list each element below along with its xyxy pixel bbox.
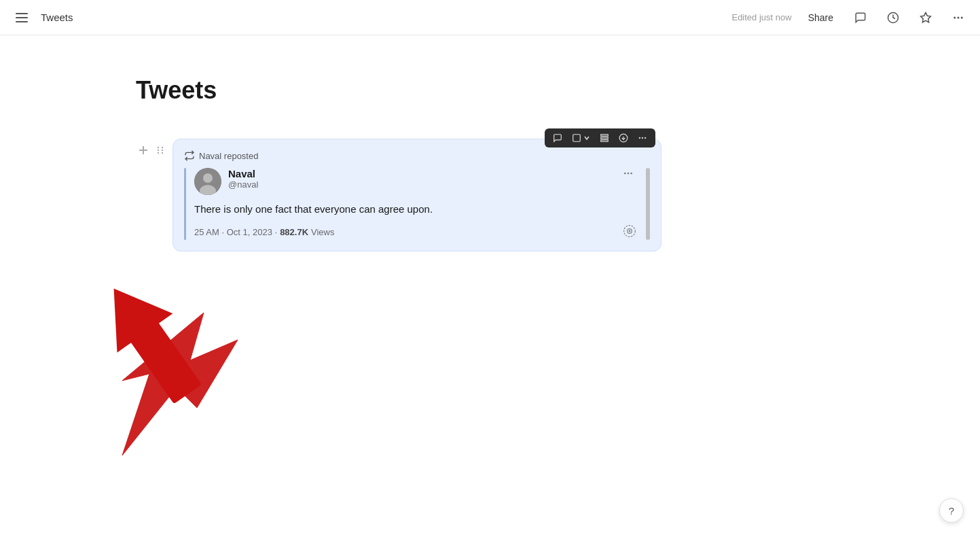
- tweet-options-button[interactable]: [620, 168, 636, 182]
- drag-block-button[interactable]: [153, 144, 167, 159]
- tweet-views-count: 882.7K: [280, 227, 308, 237]
- user-info: Naval @naval: [228, 168, 613, 190]
- history-icon: [887, 12, 899, 24]
- svg-point-23: [203, 173, 213, 183]
- tweet-text: There is only one fact that everyone can…: [194, 202, 636, 218]
- help-icon: ?: [949, 505, 954, 517]
- topbar-right: Edited just now Share: [731, 7, 969, 29]
- svg-point-2: [954, 16, 956, 18]
- svg-rect-15: [601, 137, 609, 139]
- tweet-body: Naval @naval There is only one fact that…: [184, 168, 650, 240]
- hamburger-button[interactable]: [11, 7, 33, 29]
- svg-marker-31: [122, 313, 238, 455]
- card-align-icon: [600, 133, 609, 143]
- page-title: Tweets: [136, 76, 844, 105]
- share-button[interactable]: Share: [803, 10, 839, 26]
- svg-rect-32: [127, 317, 202, 404]
- svg-rect-14: [601, 135, 609, 136]
- card-download-icon: [619, 133, 628, 143]
- card-download-button[interactable]: [615, 131, 632, 145]
- user-handle: @naval: [228, 179, 613, 190]
- card-view-icon: [572, 133, 581, 143]
- tweet-content: Naval @naval There is only one fact that…: [194, 168, 636, 240]
- svg-marker-33: [86, 269, 173, 353]
- svg-point-10: [162, 150, 163, 151]
- svg-point-30: [629, 230, 630, 232]
- card-comment-button[interactable]: [549, 131, 566, 145]
- topbar-left: Tweets: [11, 7, 73, 29]
- block-controls: [136, 139, 167, 159]
- tweet-views-label: Views: [311, 227, 334, 237]
- tweet-meta: 25 AM · Oct 1, 2023 · 882.7K Views: [194, 224, 636, 240]
- repost-icon: [184, 150, 195, 161]
- annotation-arrow: [81, 292, 272, 458]
- card-more-icon: [638, 133, 647, 143]
- card-toolbar: [545, 128, 655, 147]
- svg-point-12: [162, 152, 163, 154]
- card-view-button[interactable]: [568, 131, 594, 145]
- card-more-button[interactable]: [634, 131, 651, 145]
- red-arrow-annotation: [78, 265, 255, 465]
- plus-icon: [139, 145, 148, 155]
- svg-point-3: [958, 16, 960, 18]
- star-icon: [920, 12, 932, 24]
- tweet-card: Naval reposted: [173, 139, 661, 251]
- svg-point-4: [961, 16, 963, 18]
- svg-point-21: [645, 137, 646, 139]
- tweet-meta-left: 25 AM · Oct 1, 2023 · 882.7K Views: [194, 227, 335, 237]
- svg-point-7: [158, 147, 159, 148]
- card-chevron-icon: [583, 135, 590, 141]
- more-button[interactable]: [947, 7, 969, 29]
- svg-point-9: [158, 150, 159, 151]
- avatar-area: Naval @naval: [194, 168, 636, 195]
- svg-point-20: [642, 137, 643, 139]
- edited-label: Edited just now: [731, 12, 791, 22]
- topbar: Tweets Edited just now Share: [0, 0, 980, 35]
- favorite-button[interactable]: [915, 7, 937, 29]
- svg-point-27: [630, 173, 632, 175]
- svg-rect-16: [601, 140, 609, 141]
- tweet-more-icon: [623, 168, 634, 179]
- svg-point-8: [162, 147, 163, 148]
- help-button[interactable]: ?: [939, 498, 964, 523]
- svg-point-25: [624, 173, 626, 175]
- avatar: [194, 168, 221, 195]
- card-align-button[interactable]: [596, 131, 613, 145]
- svg-point-26: [628, 173, 630, 175]
- hamburger-icon: [16, 13, 28, 22]
- card-comment-icon: [553, 133, 562, 143]
- add-block-button[interactable]: [136, 144, 151, 159]
- resize-handle[interactable]: [646, 168, 650, 240]
- tweet-analytics-icon: [623, 224, 636, 240]
- svg-point-11: [158, 152, 159, 154]
- block-row: Naval reposted: [136, 139, 844, 251]
- user-name: Naval: [228, 168, 613, 179]
- topbar-title: Tweets: [41, 12, 73, 23]
- repost-header: Naval reposted: [184, 150, 650, 161]
- svg-point-19: [639, 137, 640, 139]
- repost-label: Naval reposted: [199, 151, 258, 161]
- main-content: Tweets: [0, 35, 980, 279]
- comment-icon: [854, 12, 867, 24]
- tweet-left-border: [184, 168, 186, 240]
- drag-icon: [156, 145, 164, 155]
- comment-button[interactable]: [850, 7, 871, 29]
- tweet-time: 25 AM · Oct 1, 2023 ·: [194, 227, 277, 237]
- more-icon: [952, 12, 964, 24]
- history-button[interactable]: [882, 7, 904, 29]
- svg-marker-1: [921, 12, 931, 22]
- svg-rect-13: [573, 135, 581, 142]
